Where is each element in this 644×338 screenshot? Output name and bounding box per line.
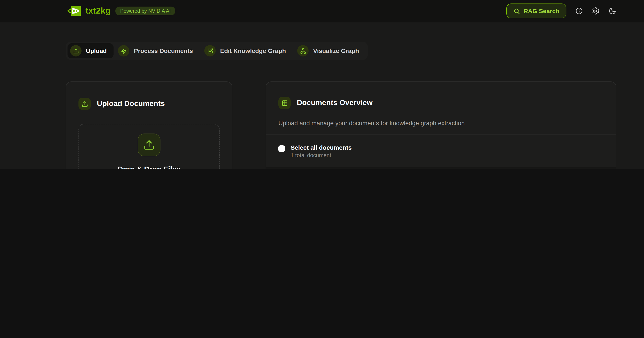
powered-by-badge: Powered by NVIDIA AI — [115, 6, 175, 15]
info-icon — [575, 7, 583, 15]
table-header: NAME STATUS UPLOAD STATUS SIZE (KB) TRIP… — [266, 167, 616, 169]
upload-icon — [70, 45, 82, 56]
upload-icon — [78, 98, 91, 110]
documents-card-title: Documents Overview — [297, 99, 373, 107]
info-button[interactable] — [575, 7, 583, 15]
settings-button[interactable] — [592, 7, 600, 15]
app-header: txt2kg Powered by NVIDIA AI RAG Search — [0, 0, 644, 22]
tab-upload[interactable]: Upload — [68, 43, 114, 58]
app-title: txt2kg — [86, 6, 110, 16]
tab-process-documents[interactable]: Process Documents — [116, 43, 200, 58]
lightning-icon — [118, 45, 130, 56]
settings-gear-icon — [592, 7, 600, 15]
app-window: txt2kg Powered by NVIDIA AI RAG Search — [0, 0, 644, 169]
main-content: Upload Process Documents Edit Knowledge … — [66, 22, 616, 169]
table-grid-icon — [278, 97, 291, 109]
nvidia-logo-icon — [66, 5, 81, 16]
theme-toggle-button[interactable] — [608, 7, 616, 15]
brand: txt2kg Powered by NVIDIA AI — [66, 5, 175, 16]
upload-card-title: Upload Documents — [97, 99, 165, 108]
dark-mode-moon-icon — [608, 7, 616, 15]
drag-drop-zone[interactable]: Drag & Drop Files or browse files .md, .… — [78, 124, 220, 169]
total-documents-label: 1 total document — [291, 152, 352, 159]
search-icon — [514, 8, 520, 14]
documents-overview-card: Documents Overview Upload and manage you… — [266, 81, 616, 169]
dropzone-title: Drag & Drop Files — [118, 165, 180, 169]
documents-card-subtitle: Upload and manage your documents for kno… — [266, 120, 616, 127]
edit-square-icon — [204, 45, 216, 56]
rag-search-button[interactable]: RAG Search — [506, 3, 566, 18]
network-graph-icon — [297, 45, 309, 56]
upload-icon — [138, 134, 160, 156]
tab-visualize-graph[interactable]: Visualize Graph — [294, 43, 366, 58]
upload-documents-card: Upload Documents Drag & Drop Files or br… — [66, 81, 232, 169]
tab-bar: Upload Process Documents Edit Knowledge … — [66, 42, 368, 60]
header-actions: RAG Search — [506, 3, 616, 18]
select-all-label: Select all documents — [291, 144, 352, 151]
tab-edit-knowledge-graph[interactable]: Edit Knowledge Graph — [202, 43, 293, 58]
select-all-checkbox[interactable] — [278, 145, 285, 152]
